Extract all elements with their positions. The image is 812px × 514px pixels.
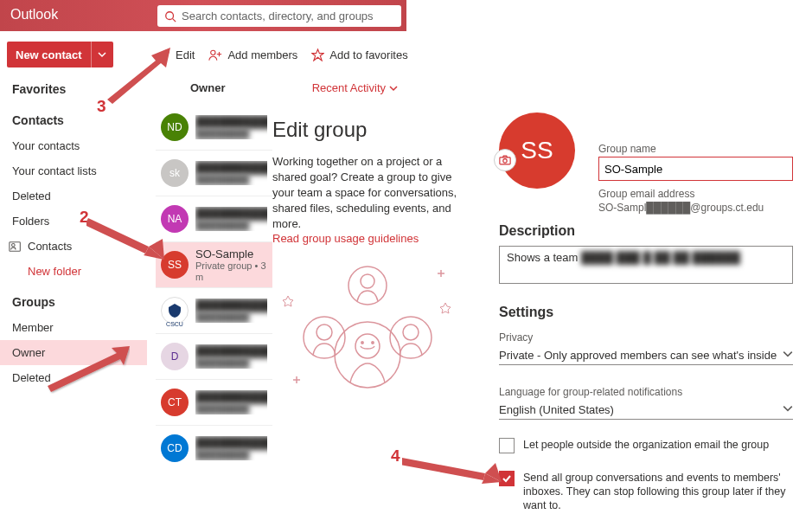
chevron-down-icon [783, 403, 793, 414]
group-name-input[interactable] [598, 157, 793, 181]
new-contact-caret[interactable] [91, 42, 113, 67]
add-members-button[interactable]: Add members [208, 48, 297, 61]
add-members-label: Add members [227, 48, 297, 61]
svg-line-1 [173, 18, 176, 22]
svg-point-20 [361, 274, 374, 288]
svg-point-16 [316, 324, 332, 340]
search-placeholder: Search contacts, directory, and groups [182, 10, 374, 22]
app-name: Outlook [10, 7, 58, 22]
group-name: ██████████ [195, 299, 267, 312]
svg-marker-5 [312, 48, 323, 60]
group-badge: CSCU [161, 297, 189, 324]
nav-your-contacts[interactable]: Your contacts [0, 133, 147, 158]
nav-new-folder[interactable]: New folder [0, 259, 147, 284]
camera-icon [499, 155, 511, 165]
edit-group-panel: Edit group Working together on a project… [272, 118, 463, 245]
send-all-checkbox[interactable] [499, 471, 515, 486]
nav-deleted[interactable]: Deleted [0, 183, 147, 209]
group-subtitle: ████████ [195, 357, 267, 369]
svg-point-26 [503, 159, 507, 163]
svg-point-18 [403, 324, 419, 340]
new-contact-button[interactable]: New contact [7, 42, 113, 67]
group-badge: CT [161, 389, 189, 416]
nav-deleted-groups[interactable]: Deleted [0, 365, 147, 390]
group-row[interactable]: sk██████████████████ [156, 150, 272, 196]
search-input[interactable]: Search contacts, directory, and groups [157, 5, 401, 27]
annotation-arrow-4 [402, 454, 502, 485]
group-list: ND██████████████████sk██████████████████… [156, 104, 272, 471]
group-name: ██████████ [195, 207, 267, 220]
group-row[interactable]: CT██████████████████ [156, 379, 272, 425]
annotation-4: 4 [391, 447, 400, 466]
privacy-label: Privacy [499, 331, 533, 344]
chevron-down-icon [98, 50, 106, 59]
language-label: Language for group-related notifications [499, 386, 682, 398]
group-name-label: Group name [598, 143, 793, 155]
outside-email-label: Let people outside the organization emai… [523, 438, 769, 453]
nav-groups[interactable]: Groups [0, 289, 147, 315]
svg-point-19 [348, 267, 387, 305]
edit-group-title: Edit group [272, 118, 463, 142]
svg-point-15 [304, 317, 345, 358]
recent-activity-label: Recent Activity [312, 81, 386, 94]
group-subtitle: ████████ [195, 312, 267, 323]
nav-contacts[interactable]: Contacts [0, 107, 147, 133]
group-illustration [272, 260, 463, 398]
search-icon [164, 10, 176, 22]
group-name: ██████████ [195, 115, 267, 128]
group-row[interactable]: NA██████████████████ [156, 196, 272, 241]
app-header: Outlook Search contacts, directory, and … [0, 0, 406, 31]
check-icon [502, 473, 512, 484]
language-select[interactable]: English (United States) [499, 401, 793, 420]
group-row[interactable]: SSSO-SamplePrivate group • 3 m [156, 241, 272, 287]
svg-rect-25 [500, 157, 510, 164]
svg-point-17 [390, 317, 432, 358]
group-email-value: SO-Sampl██████@groups.ct.edu [598, 201, 764, 215]
svg-point-14 [372, 342, 374, 344]
usage-guidelines-link[interactable]: Read group usage guidelines [272, 232, 419, 245]
annotation-3: 3 [97, 97, 106, 116]
outside-email-checkbox[interactable] [499, 438, 515, 453]
svg-point-0 [166, 11, 174, 19]
description-input[interactable]: Shows a team ████ ███ █ ██ ██ ██████ [499, 246, 793, 284]
new-contact-label: New contact [7, 48, 91, 61]
group-email-label: Group email address [598, 187, 764, 201]
group-badge: NA [161, 205, 189, 233]
chevron-down-icon [783, 349, 793, 359]
group-row[interactable]: CD██████████████████ [156, 425, 272, 471]
annotation-2: 2 [80, 208, 89, 227]
group-badge: CD [161, 434, 189, 462]
group-subtitle: Private group • 3 m [195, 260, 267, 283]
list-column-header: Owner Recent Activity [190, 81, 398, 94]
group-name: SO-Sample [195, 247, 267, 260]
nav-favorites[interactable]: Favorites [0, 76, 147, 102]
language-value: English (United States) [499, 403, 614, 416]
svg-point-12 [355, 334, 380, 358]
change-photo-button[interactable] [494, 149, 516, 171]
nav-contacts-link-label: Contacts [28, 240, 72, 253]
edit-group-blurb: Working together on a project or a share… [272, 154, 463, 232]
nav-your-contact-lists[interactable]: Your contact lists [0, 158, 147, 183]
add-favorites-label: Add to favorites [329, 48, 407, 61]
left-nav: Favorites Contacts Your contacts Your co… [0, 76, 147, 390]
nav-contacts-link[interactable]: Contacts [0, 234, 147, 259]
nav-member[interactable]: Member [0, 315, 147, 340]
group-badge: sk [161, 159, 189, 187]
nav-folders[interactable]: Folders [0, 209, 147, 234]
group-subtitle: ████████ [195, 449, 267, 460]
svg-marker-33 [402, 458, 485, 480]
annotation-1: 1 [116, 344, 125, 363]
privacy-select[interactable]: Private - Only approved members can see … [499, 346, 793, 365]
group-subtitle: ████████ [195, 403, 267, 414]
group-row[interactable]: CSCU██████████████████ [156, 287, 272, 333]
add-favorites-button[interactable]: Add to favorites [311, 48, 407, 61]
group-name: ██████████ [195, 344, 267, 357]
recent-activity-sort[interactable]: Recent Activity [312, 81, 398, 94]
group-row[interactable]: D██████████████████ [156, 333, 272, 379]
edit-button[interactable]: Edit [157, 48, 195, 61]
group-row[interactable]: ND██████████████████ [156, 104, 272, 150]
group-subtitle: ████████ [195, 174, 267, 185]
pencil-icon [157, 48, 170, 61]
group-badge: ND [161, 113, 189, 141]
description-heading: Description [499, 223, 575, 239]
